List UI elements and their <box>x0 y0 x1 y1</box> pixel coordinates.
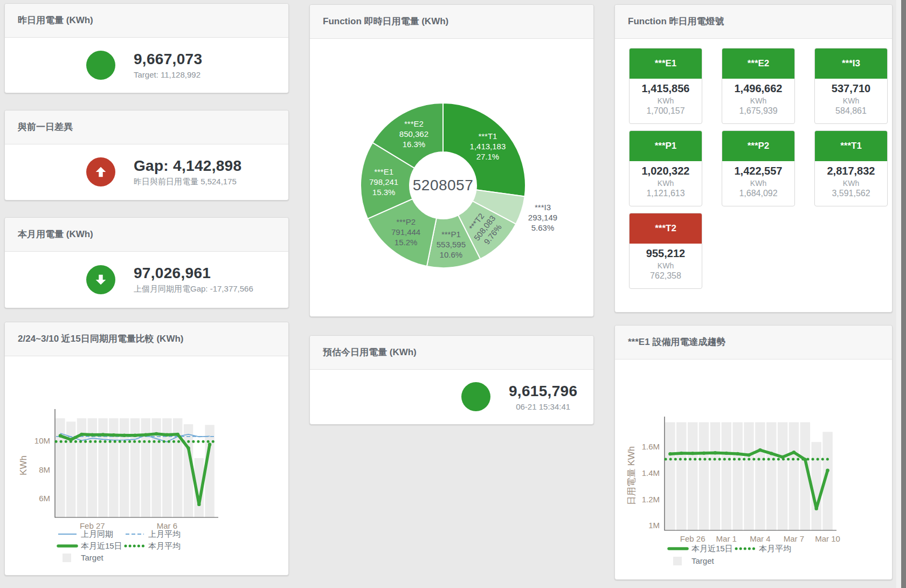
x-tick-label: Mar 10 <box>815 534 840 543</box>
data-point <box>736 452 739 455</box>
y-tick-label: 1.4M <box>642 468 660 478</box>
card-title: 2/24~3/10 近15日同期用電量比較 (KWh) <box>5 322 288 356</box>
device-tile-T1[interactable]: ***T12,817,832KWh3,591,562 <box>814 130 888 206</box>
tile-label: ***E2 <box>722 49 794 79</box>
data-point <box>176 433 179 436</box>
y-tick-label: 1.6M <box>642 442 660 451</box>
card-estimate-today: 預估今日用電量 (KWh) 9,615,796 06-21 15:34:41 <box>309 335 594 425</box>
legend-item-本月近15日[interactable]: 本月近15日 <box>669 544 733 553</box>
stat-row: 97,026,961 上個月同期用電Gap: -17,377,566 <box>5 251 288 308</box>
data-point <box>725 452 728 455</box>
card-title: Function 即時日用電量 (KWh) <box>310 5 593 39</box>
x-tick-label: Mar 1 <box>716 534 737 543</box>
device-tile-I3[interactable]: ***I3537,710KWh584,861 <box>814 48 888 124</box>
tile-target: 1,121,613 <box>630 189 702 198</box>
tile-value: 1,496,662 <box>722 82 794 95</box>
realtime-donut-chart[interactable]: 5208057 ***T11,413,18327.1%***I3293,1495… <box>310 38 593 316</box>
tile-unit: KWh <box>722 179 794 188</box>
legend-swatch <box>673 557 682 565</box>
tile-label: ***E1 <box>630 49 702 79</box>
donut-label-P2: ***P2791,44415.2% <box>391 216 420 247</box>
data-point <box>815 507 818 510</box>
tile-label: ***T1 <box>815 131 887 161</box>
device-tile-P1[interactable]: ***P11,020,322KWh1,121,613 <box>629 130 702 206</box>
tile-target: 3,591,562 <box>815 189 887 198</box>
tile-value: 1,415,856 <box>630 82 702 95</box>
stat-subtext: 昨日與前日用電量 5,524,175 <box>134 177 241 187</box>
data-point <box>101 433 105 436</box>
legend-item-上月平均[interactable]: 上月平均 <box>126 529 181 538</box>
stat-subtext: Target: 11,128,992 <box>134 70 202 79</box>
legend-item-上月同期[interactable]: 上月同期 <box>58 529 113 538</box>
legend-label: 本月平均 <box>148 541 181 550</box>
target-bar <box>789 422 799 530</box>
stat-value: 9,615,796 <box>509 383 577 400</box>
data-point <box>197 503 200 506</box>
legend-label: 本月近15日 <box>691 544 733 553</box>
device-tile-E1[interactable]: ***E11,415,856KWh1,700,157 <box>629 48 702 124</box>
data-point <box>804 458 807 461</box>
data-point <box>792 451 796 454</box>
scrollbar <box>896 0 906 588</box>
target-bar <box>710 422 720 530</box>
donut-label-P1: ***P1553,59510.6% <box>437 229 466 260</box>
stat-value: 9,667,073 <box>134 51 202 68</box>
card-month-usage: 本月用電量 (KWh) 97,026,961 上個月同期用電Gap: -17,3… <box>4 217 289 308</box>
tile-label: ***P2 <box>722 131 794 161</box>
tile-target: 1,684,092 <box>722 189 794 198</box>
x-tick-label: Mar 4 <box>750 534 770 543</box>
stat-value: 97,026,961 <box>134 265 253 282</box>
tile-target: 1,675,939 <box>722 106 794 116</box>
legend-label: 本月平均 <box>759 544 791 553</box>
legend-label: 上月同期 <box>81 529 113 538</box>
tile-label: ***P1 <box>630 131 702 161</box>
tile-unit: KWh <box>815 96 887 105</box>
data-point <box>165 433 169 436</box>
data-point <box>770 452 773 455</box>
card-realtime-donut: Function 即時日用電量 (KWh) 5208057 ***T11,413… <box>309 4 594 317</box>
data-point <box>70 438 73 441</box>
target-bar <box>732 422 742 530</box>
target-bar <box>130 418 140 517</box>
data-point <box>691 452 694 455</box>
lights-grid: ***E11,415,856KWh1,700,157***E21,496,662… <box>629 48 888 289</box>
stat-value: Gap: 4,142,898 <box>134 157 241 175</box>
arrow-down-icon <box>86 265 115 294</box>
data-point <box>680 452 683 455</box>
device-tile-P2[interactable]: ***P21,422,557KWh1,684,092 <box>722 130 795 206</box>
stat-row: 9,667,073 Target: 11,128,992 <box>5 37 288 93</box>
legend-item-本月近15日[interactable]: 本月近15日 <box>58 541 122 550</box>
data-point <box>112 433 115 437</box>
target-bar <box>676 422 686 530</box>
donut-label-E1: ***E1798,24115.3% <box>369 166 398 197</box>
device-tile-E2[interactable]: ***E21,496,662KWh1,675,939 <box>722 48 795 124</box>
tile-unit: KWh <box>630 96 702 105</box>
device-tile-T2[interactable]: ***T2955,212KWh762,358 <box>629 213 702 289</box>
x-tick-label: Feb 26 <box>680 534 706 543</box>
legend-swatch <box>63 554 71 562</box>
stat-subtext: 上個月同期用電Gap: -17,377,566 <box>134 284 253 294</box>
legend-label: 本月近15日 <box>81 541 122 550</box>
target-bar <box>744 422 753 530</box>
target-bar <box>778 422 787 530</box>
tile-unit: KWh <box>630 261 702 270</box>
donut-total-value: 5208057 <box>413 177 474 194</box>
y-tick-label: 1.2M <box>642 495 660 504</box>
legend-item-Target[interactable]: Target <box>63 553 104 562</box>
card-title: ***E1 設備用電達成趨勢 <box>615 326 892 359</box>
target-bar <box>811 442 821 530</box>
tile-value: 1,422,557 <box>722 165 794 177</box>
data-point <box>714 451 717 454</box>
legend-item-本月平均[interactable]: 本月平均 <box>736 544 791 553</box>
tile-label: ***I3 <box>815 49 887 79</box>
scrollbar-thumb[interactable] <box>901 0 906 588</box>
legend-item-本月平均[interactable]: 本月平均 <box>126 541 181 550</box>
legend-item-Target[interactable]: Target <box>673 556 715 565</box>
card-15day-comparison: 2/24~3/10 近15日同期用電量比較 (KWh) 6M8M10MFeb 2… <box>4 322 289 576</box>
card-yesterday-usage: 昨日用電量 (KWh) 9,667,073 Target: 11,128,992 <box>4 3 289 93</box>
target-bar <box>109 418 118 517</box>
card-title: 昨日用電量 (KWh) <box>5 4 288 38</box>
arrow-up-icon <box>86 157 115 186</box>
target-bar <box>766 422 776 530</box>
y-tick-label: 8M <box>39 465 50 474</box>
